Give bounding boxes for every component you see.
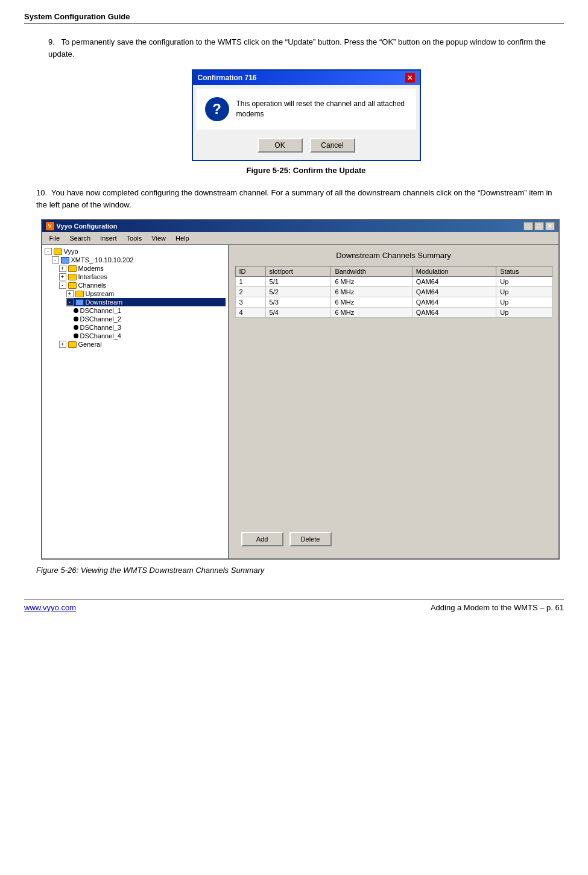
vyyo-menubar: File Search Insert Tools View Help [42, 232, 558, 245]
cell-row0-col2: 6 MHz [331, 277, 412, 287]
vyyo-titlebar: V Vyyo Configuration _ □ ✕ [42, 220, 558, 232]
footer-right-text: Adding a Modem to the WMTS – p. 61 [431, 603, 564, 612]
menu-search[interactable]: Search [65, 233, 95, 243]
col-header-status: Status [496, 267, 552, 277]
delete-button[interactable]: Delete [289, 532, 332, 546]
dialog-close-button[interactable]: ✕ [405, 73, 415, 83]
col-header-slot-port: slot/port [265, 267, 331, 277]
main-pane: Downstream Channels Summary ID slot/port… [229, 245, 558, 558]
tree-item-dschannel-2[interactable]: DSChannel_2 [74, 315, 226, 323]
expand-interfaces[interactable]: + [59, 273, 66, 280]
menu-tools[interactable]: Tools [122, 233, 147, 243]
menu-insert[interactable]: Insert [95, 233, 122, 243]
vyyo-icon: V [46, 222, 54, 230]
folder-vyyo-icon [54, 248, 62, 255]
tree-label-xmts: XMTS_:10.10.10.202 [71, 256, 134, 264]
cell-row3-col0: 4 [235, 308, 265, 318]
figure-5-25-caption: Figure 5-25: Confirm the Update [48, 166, 564, 175]
dialog-buttons: OK Cancel [193, 133, 420, 160]
folder-xmts-icon [61, 257, 69, 264]
tree-item-dschannel-3[interactable]: DSChannel_3 [74, 323, 226, 332]
folder-upstream-icon [75, 291, 84, 297]
dialog-body: ? This operation will reset the channel … [197, 89, 416, 130]
tree-label-vyyo: Vyyo [64, 248, 78, 255]
channels-table: ID slot/port Bandwidth Modulation Status… [235, 266, 552, 318]
channels-summary-title: Downstream Channels Summary [235, 251, 552, 260]
tree-item-dschannel-4[interactable]: DSChannel_4 [74, 332, 226, 340]
tree-label-modems: Modems [78, 265, 104, 272]
cell-row2-col3: QAM64 [412, 297, 496, 308]
table-row: 35/36 MHzQAM64Up [235, 297, 552, 308]
cell-row2-col0: 3 [235, 297, 265, 308]
tree-item-interfaces[interactable]: + Interfaces [59, 273, 226, 281]
cell-row3-col3: QAM64 [412, 308, 496, 318]
cell-row3-col2: 6 MHz [331, 308, 412, 318]
col-header-modulation: Modulation [412, 267, 496, 277]
folder-downstream-icon [75, 299, 84, 306]
page-footer: www.vyyo.com Adding a Modem to the WMTS … [24, 599, 564, 612]
dot-dschannel-4 [74, 333, 78, 338]
cell-row0-col4: Up [496, 277, 552, 287]
cell-row3-col4: Up [496, 308, 552, 318]
figure-5-26-caption: Figure 5-26: Viewing the WMTS Downstream… [36, 566, 564, 575]
menu-view[interactable]: View [147, 233, 171, 243]
folder-interfaces-icon [68, 274, 77, 280]
step-10-section: 10. You have now completed configuring t… [36, 187, 564, 575]
vyyo-window-title: Vyyo Configuration [57, 223, 118, 230]
add-button[interactable]: Add [241, 532, 283, 546]
tree-item-vyyo[interactable]: - Vyyo [45, 247, 226, 256]
step-10-text: 10. You have now completed configuring t… [36, 187, 564, 210]
bottom-buttons: Add Delete [235, 526, 552, 552]
expand-modems[interactable]: + [59, 265, 66, 272]
header-title: System Configuration Guide [24, 12, 130, 21]
tree-item-upstream[interactable]: + Upstream [66, 289, 226, 298]
step-9-text: 9. To permanently save the configuration… [48, 36, 564, 60]
expand-channels[interactable]: - [59, 282, 66, 289]
tree-label-dschannel-2: DSChannel_2 [80, 315, 122, 323]
close-button[interactable]: ✕ [545, 222, 555, 230]
vyyo-content: - Vyyo - XMTS_:10.10.10.202 + Modems [42, 245, 558, 558]
expand-xmts[interactable]: - [52, 256, 59, 264]
cell-row1-col4: Up [496, 287, 552, 297]
tree-item-modems[interactable]: + Modems [59, 264, 226, 273]
vyyo-config-window: V Vyyo Configuration _ □ ✕ File Search I… [41, 219, 560, 560]
dialog-ok-button[interactable]: OK [258, 138, 303, 153]
tree-item-channels[interactable]: - Channels [59, 281, 226, 289]
table-body: 15/16 MHzQAM64Up25/26 MHzQAM64Up35/36 MH… [235, 277, 552, 318]
dialog-title: Confirmation 716 [198, 74, 257, 82]
menu-help[interactable]: Help [171, 233, 194, 243]
tree-label-dschannel-4: DSChannel_4 [80, 332, 122, 340]
vyyo-title-left: V Vyyo Configuration [46, 222, 118, 230]
tree-item-dschannel-1[interactable]: DSChannel_1 [74, 306, 226, 315]
cell-row2-col2: 6 MHz [331, 297, 412, 308]
cell-row1-col3: QAM64 [412, 287, 496, 297]
vyyo-window-buttons: _ □ ✕ [523, 222, 555, 230]
table-header: ID slot/port Bandwidth Modulation Status [235, 267, 552, 277]
cell-row2-col4: Up [496, 297, 552, 308]
col-header-bandwidth: Bandwidth [331, 267, 412, 277]
dialog-titlebar: Confirmation 716 ✕ [193, 71, 420, 85]
dialog-message: This operation will reset the channel an… [236, 99, 408, 119]
tree-item-xmts[interactable]: - XMTS_:10.10.10.202 [52, 256, 226, 264]
tree-item-general[interactable]: + General [59, 340, 226, 349]
table-row: 15/16 MHzQAM64Up [235, 277, 552, 287]
cell-row0-col0: 1 [235, 277, 265, 287]
expand-general[interactable]: + [59, 341, 66, 348]
cell-row0-col1: 5/1 [265, 277, 331, 287]
folder-channels-icon [68, 282, 77, 289]
confirmation-dialog: Confirmation 716 ✕ ? This operation will… [192, 69, 421, 161]
expand-vyyo[interactable]: - [45, 248, 52, 255]
dot-dschannel-2 [74, 317, 78, 321]
menu-file[interactable]: File [45, 233, 65, 243]
maximize-button[interactable]: □ [534, 222, 544, 230]
dialog-cancel-button[interactable]: Cancel [310, 138, 355, 153]
table-row: 45/46 MHzQAM64Up [235, 308, 552, 318]
cell-row0-col3: QAM64 [412, 277, 496, 287]
expand-upstream[interactable]: + [66, 290, 74, 297]
tree-item-downstream[interactable]: - Downstream [66, 298, 226, 306]
tree-label-channels: Channels [78, 282, 106, 289]
expand-downstream[interactable]: - [66, 299, 74, 306]
cell-row3-col1: 5/4 [265, 308, 331, 318]
minimize-button[interactable]: _ [523, 222, 533, 230]
footer-link[interactable]: www.vyyo.com [24, 603, 76, 612]
